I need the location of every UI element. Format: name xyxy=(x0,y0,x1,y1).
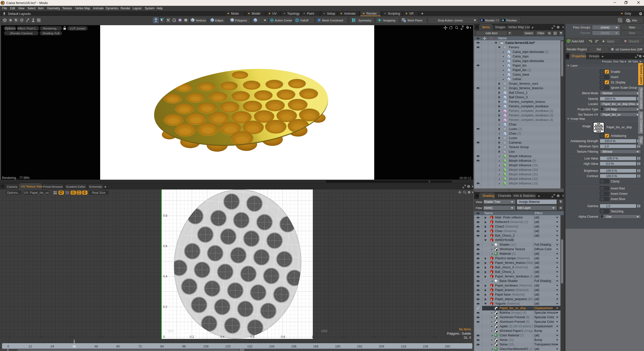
svg-text:-1: -1 xyxy=(8,335,10,339)
svg-text:72: 72 xyxy=(138,345,142,348)
svg-text:132: 132 xyxy=(247,345,252,348)
svg-text:-0.4: -0.4 xyxy=(98,335,104,339)
svg-text:1.2: 1.2 xyxy=(341,335,346,339)
svg-text:204: 204 xyxy=(379,345,384,348)
svg-text:168: 168 xyxy=(313,345,318,348)
svg-text:0: 0 xyxy=(8,345,9,348)
svg-text:0.8: 0.8 xyxy=(163,214,167,217)
svg-text:216: 216 xyxy=(401,345,406,348)
svg-text:1: 1 xyxy=(312,335,313,339)
svg-text:-0.2: -0.2 xyxy=(129,335,134,339)
svg-text:-0.8: -0.8 xyxy=(38,335,43,339)
svg-text:0: 0 xyxy=(7,348,9,351)
svg-text:228: 228 xyxy=(423,345,428,348)
svg-text:0.2: 0.2 xyxy=(190,335,194,339)
svg-text:156: 156 xyxy=(291,345,296,348)
svg-text:1002: 1002 xyxy=(321,329,328,333)
svg-text:0.8: 0.8 xyxy=(281,335,285,339)
svg-text:120: 120 xyxy=(225,345,231,348)
svg-text:-0.6: -0.6 xyxy=(68,335,73,339)
svg-text:180: 180 xyxy=(335,345,340,348)
svg-text:144: 144 xyxy=(269,345,275,348)
svg-text:0.4: 0.4 xyxy=(220,335,224,339)
svg-text:250: 250 xyxy=(240,348,244,351)
svg-text:1.4: 1.4 xyxy=(372,335,376,339)
svg-text:0.6: 0.6 xyxy=(163,244,167,248)
svg-text:0.6: 0.6 xyxy=(250,335,255,339)
svg-text:0: 0 xyxy=(163,335,165,339)
svg-text:96: 96 xyxy=(182,345,186,348)
svg-text:192: 192 xyxy=(357,345,362,348)
svg-text:0.4: 0.4 xyxy=(163,275,167,278)
svg-text:12: 12 xyxy=(28,345,32,348)
svg-text:84: 84 xyxy=(160,345,164,348)
svg-text:1001: 1001 xyxy=(167,329,174,333)
svg-text:108: 108 xyxy=(203,345,209,348)
svg-text:48: 48 xyxy=(94,345,98,348)
svg-text:240: 240 xyxy=(445,345,450,348)
svg-text:1.6: 1.6 xyxy=(402,335,406,339)
svg-text:24: 24 xyxy=(51,345,54,348)
svg-text:0.2: 0.2 xyxy=(163,305,167,309)
svg-text:36: 36 xyxy=(72,345,76,348)
svg-text:60: 60 xyxy=(116,345,120,348)
